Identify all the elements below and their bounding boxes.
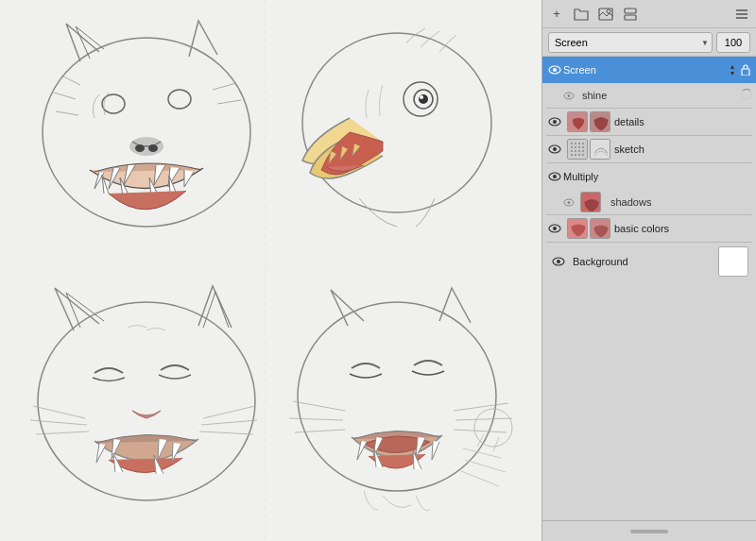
svg-point-4 [129,137,163,156]
sketch-thumb-2 [590,139,610,160]
multiply-group: Multiply [542,163,756,214]
shine-sublayer-name: shine [582,90,607,101]
details-thumb-2 [590,111,610,132]
sketch-layer-row[interactable]: sketch [542,136,756,162]
svg-point-47 [582,150,584,152]
svg-point-43 [582,146,584,148]
top-toolbar: + [542,0,756,28]
screen-layer-row[interactable]: Screen ▲ ▼ [542,57,756,83]
menu-icon[interactable] [733,6,750,23]
shine-sublayer-row[interactable]: shine [542,83,756,108]
svg-point-18 [607,9,610,13]
svg-point-36 [571,143,573,144]
multiply-visibility-toggle[interactable] [546,168,563,185]
svg-point-44 [571,150,573,152]
layers-list: Screen ▲ ▼ [542,57,756,520]
details-thumbs [567,111,610,132]
svg-point-41 [578,146,580,148]
svg-point-46 [578,150,580,152]
opacity-input[interactable]: 100 [716,32,750,53]
svg-rect-26 [742,69,749,76]
sketch-layer-name: sketch [614,144,752,155]
sketch-group: sketch [542,136,756,162]
svg-point-30 [553,120,557,124]
shine-visibility-toggle[interactable] [561,88,576,103]
right-panel: + [541,0,756,541]
shadows-sublayer-row[interactable]: shadows [542,190,756,214]
svg-point-50 [578,154,580,156]
svg-rect-20 [625,15,636,20]
basic-colors-thumbs [567,218,610,239]
sketch-thumb-1 [567,139,588,160]
add-layer-button[interactable]: + [548,6,565,23]
basic-colors-layer-row[interactable]: basic colors [542,215,756,242]
image-icon[interactable] [597,6,614,23]
svg-rect-52 [591,140,610,160]
details-thumb-1 [567,111,588,132]
svg-point-34 [553,147,557,151]
svg-point-45 [575,150,576,152]
svg-rect-35 [568,140,588,160]
folder-icon[interactable] [573,6,590,23]
blend-mode-select[interactable]: Normal Multiply Screen Overlay Darken Li… [548,32,713,53]
multiply-layer-name: Multiply [563,171,752,182]
basic-colors-thumb-1 [567,218,588,239]
background-visibility-toggle[interactable] [550,253,567,270]
svg-point-39 [571,146,573,148]
screen-layer-lock[interactable] [739,63,752,76]
basic-colors-visibility-toggle[interactable] [546,220,563,237]
svg-point-10 [419,94,428,104]
basic-colors-layer-name: basic colors [614,223,752,234]
basic-colors-thumb-2 [590,218,610,239]
svg-point-51 [582,154,584,156]
background-group: Background [542,243,756,280]
svg-point-59 [553,227,557,230]
details-group: details [542,109,756,135]
svg-rect-19 [625,8,636,13]
basic-colors-group: basic colors [542,215,756,242]
svg-point-49 [575,154,576,156]
blend-mode-row: Normal Multiply Screen Overlay Darken Li… [542,28,756,57]
screen-group: Screen ▲ ▼ [542,57,756,108]
shadows-thumb [580,192,601,212]
shadows-sublayer-name: shadows [610,196,651,208]
sketch-thumbs [567,139,610,160]
svg-rect-0 [0,0,541,541]
screen-layer-name: Screen [563,64,726,76]
svg-point-38 [578,143,580,144]
screen-visibility-toggle[interactable] [546,61,563,78]
svg-point-37 [575,143,576,144]
bottom-bar [542,520,756,541]
svg-point-11 [420,95,423,99]
canvas-area [0,0,541,541]
merge-icon[interactable] [622,6,639,23]
details-layer-name: details [614,116,752,127]
shadows-visibility-toggle[interactable] [561,194,576,210]
svg-point-25 [553,68,557,72]
svg-point-42 [582,143,584,144]
blend-mode-wrapper: Normal Multiply Screen Overlay Darken Li… [548,32,713,53]
svg-point-56 [568,201,571,204]
background-layer-row[interactable]: Background [542,243,756,280]
svg-point-6 [148,144,158,152]
svg-point-63 [557,260,560,263]
svg-point-54 [553,175,557,178]
background-layer-name: Background [573,256,713,267]
details-layer-row[interactable]: details [542,109,756,135]
svg-point-5 [135,144,145,152]
screen-layer-arrows[interactable]: ▲ ▼ [726,63,739,76]
svg-point-40 [575,146,576,148]
sketch-visibility-toggle[interactable] [546,141,563,158]
multiply-layer-row[interactable]: Multiply [542,163,756,190]
svg-point-48 [571,154,573,156]
background-thumb [718,246,748,277]
resize-handle[interactable] [630,530,668,533]
details-visibility-toggle[interactable] [546,113,563,130]
svg-point-28 [568,94,571,97]
shadows-thumbs [580,192,601,212]
